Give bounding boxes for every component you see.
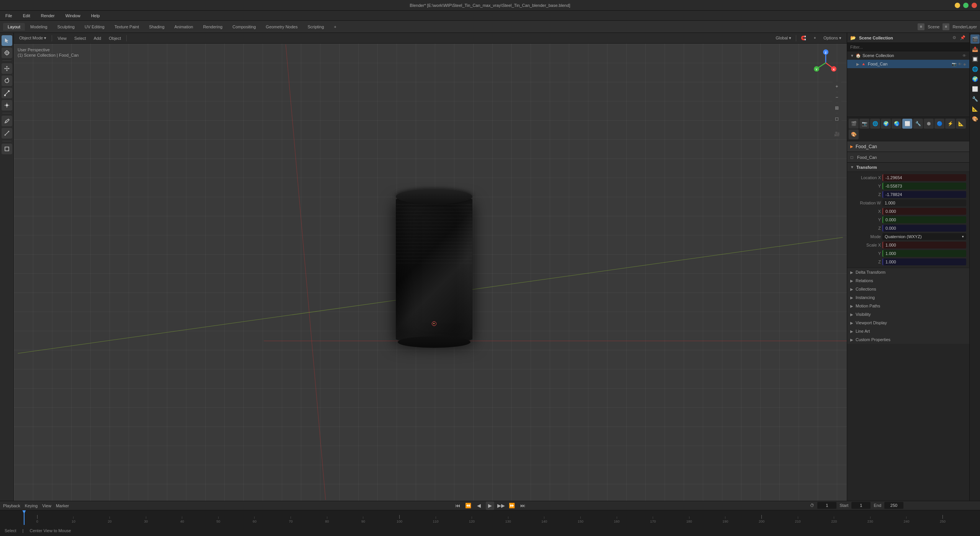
menu-render[interactable]: Render [39,13,57,19]
tl-view[interactable]: View [42,503,51,508]
end-frame-input[interactable]: 250 [884,502,903,509]
add-menu[interactable]: Add [91,35,104,41]
instancing-section[interactable]: ▶ Instancing [847,293,969,302]
close-button[interactable] [972,3,977,8]
rotation-mode-dropdown[interactable]: Quaternion (WXYZ) ▾ [882,233,966,240]
location-z-field[interactable]: -1.78824 [882,191,966,198]
viewport-display-section[interactable]: ▶ Viewport Display [847,319,969,327]
status-select[interactable]: Select [5,528,16,533]
tab-geometry-nodes[interactable]: Geometry Nodes [261,23,302,31]
camera-icon[interactable]: 📷 [952,62,956,66]
rs-data[interactable]: 📐 [970,104,980,113]
transform-orientation[interactable]: Global ▾ [773,35,794,41]
tab-rendering[interactable]: Rendering [198,23,227,31]
renderlayer-selector[interactable]: ≡ [942,23,949,30]
toggle-perspective[interactable]: ◻ [832,114,841,123]
props-tab-object[interactable]: ⬜ [902,119,912,129]
scene-selector[interactable]: ≡ [918,23,924,30]
tool-add-primitive[interactable] [2,144,12,154]
start-frame-input[interactable]: 1 [851,502,871,509]
custom-properties-section[interactable]: ▶ Custom Properties [847,335,969,344]
props-tab-particles[interactable]: ⬢ [924,119,934,129]
tl-playback[interactable]: Playback [3,503,20,508]
jump-start-button[interactable]: ⏮ [454,502,461,510]
tool-annotate[interactable] [2,116,12,126]
rs-scene[interactable]: 🌐 [970,64,980,74]
collections-section[interactable]: ▶ Collections [847,285,969,293]
maximize-button[interactable] [963,3,969,8]
tool-move[interactable] [2,63,12,74]
tab-animation[interactable]: Animation [170,23,198,31]
snap-toggle[interactable]: 🧲 [799,35,808,41]
menu-file[interactable]: File [3,13,15,19]
play-button[interactable]: ▶ [486,502,494,510]
jump-end-button[interactable]: ⏭ [519,502,526,510]
eye-icon-2[interactable]: 👁 [958,62,962,66]
rs-modifier[interactable]: 🔧 [970,94,980,103]
rs-view-layer[interactable]: 🔲 [970,54,980,64]
props-tab-data[interactable]: 📐 [956,119,966,129]
timeline-ruler[interactable]: 0 10 20 30 40 50 60 70 80 90 100 110 120… [0,510,980,525]
scale-z-field[interactable]: 1.000 [882,258,966,265]
outliner-pin[interactable]: 📌 [959,34,966,41]
outliner-filter[interactable]: ⚙ [951,34,958,41]
camera-view[interactable]: 🎥 [832,129,841,139]
location-x-field[interactable]: -1.29654 [882,174,966,181]
prev-keyframe-button[interactable]: ⏪ [464,502,472,510]
mode-dropdown[interactable]: Object Mode ▾ [17,35,49,41]
rs-object[interactable]: ⬜ [970,84,980,93]
tab-layout[interactable]: Layout [3,23,25,31]
tab-compositing[interactable]: Compositing [228,23,260,31]
tab-modeling[interactable]: Modeling [26,23,52,31]
mesh-name-field[interactable]: ◻ Food_Can [847,152,969,163]
menu-edit[interactable]: Edit [21,13,33,19]
tab-scripting[interactable]: Scripting [303,23,328,31]
step-back-button[interactable]: ◀ [475,502,483,510]
outliner-search[interactable] [847,43,969,51]
props-tab-render[interactable]: 🎬 [849,119,859,129]
options-button[interactable]: Options ▾ [821,35,844,41]
rs-material[interactable]: 🎨 [970,114,980,123]
props-tab-physics[interactable]: 🔵 [934,119,944,129]
tab-sculpting[interactable]: Sculpting [53,23,79,31]
eye-icon[interactable]: 👁 [962,54,966,58]
props-tab-scene[interactable]: 🌍 [881,119,891,129]
menu-window[interactable]: Window [63,13,83,19]
tl-keying[interactable]: Keying [25,503,38,508]
navigation-gizmo[interactable]: Z X Y [812,49,839,76]
select-menu[interactable]: Select [72,35,88,41]
scale-x-field[interactable]: 1.000 [882,242,966,248]
tool-transform[interactable] [2,100,12,111]
visibility-section[interactable]: ▶ Visibility [847,310,969,319]
menu-help[interactable]: Help [89,13,102,19]
next-keyframe-button[interactable]: ⏩ [508,502,516,510]
tool-cursor[interactable] [2,47,12,58]
rotation-y-field[interactable]: 0.000 [882,216,966,223]
rs-output[interactable]: 📤 [970,44,980,54]
zoom-in-button[interactable]: + [832,82,841,91]
object-name-field[interactable]: ▶ Food_Can [847,141,969,152]
outliner-item-scene-collection[interactable]: ▼ 🏠 Scene Collection 👁 [847,51,969,60]
frame-all-button[interactable]: ⊞ [832,103,841,113]
props-tab-view-layer[interactable]: 🌐 [870,119,880,129]
tab-add[interactable]: + [329,23,341,31]
props-tab-world[interactable]: 🌏 [892,119,902,129]
tool-rotate[interactable] [2,75,12,86]
outliner-item-food-can[interactable]: ▶ 🔺 Food_Can 📷 👁 ◈ [847,60,969,68]
rs-render[interactable]: 🎬 [970,34,980,44]
rotation-w-field[interactable]: 1.000 [882,199,966,206]
tab-texture-paint[interactable]: Texture Paint [110,23,144,31]
rotation-x-field[interactable]: 0.000 [882,208,966,215]
tool-select[interactable] [2,35,12,46]
tab-shading[interactable]: Shading [144,23,169,31]
transform-section-header[interactable]: ▼ Transform [847,163,969,172]
step-forward-button[interactable]: ▶▶ [497,502,505,510]
props-tab-material[interactable]: 🎨 [849,129,859,139]
select-icon[interactable]: ◈ [963,62,966,66]
props-tab-output[interactable]: 📷 [859,119,869,129]
relations-section[interactable]: ▶ Relations [847,276,969,285]
location-y-field[interactable]: -0.55873 [882,183,966,190]
tool-measure[interactable] [2,128,12,139]
rs-world[interactable]: 🌍 [970,74,980,83]
line-art-section[interactable]: ▶ Line Art [847,327,969,335]
